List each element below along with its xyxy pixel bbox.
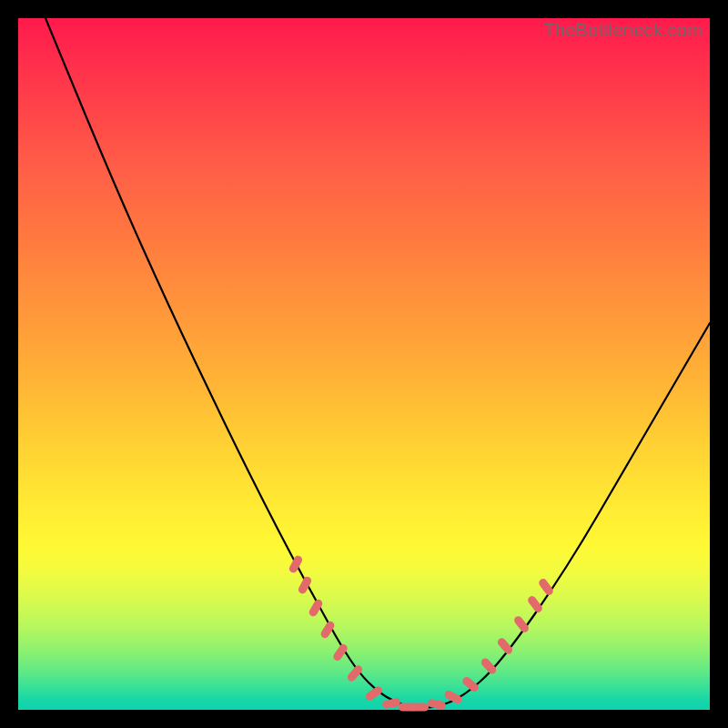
data-marker [410, 703, 429, 712]
markers-group [288, 554, 554, 711]
outer-black-frame: TheBottleneck.com [0, 0, 728, 728]
chart-svg [18, 18, 710, 710]
bottleneck-curve-line [46, 18, 710, 708]
data-marker [319, 620, 336, 640]
data-marker [381, 698, 400, 710]
data-marker [288, 554, 303, 574]
curve-group [46, 18, 710, 708]
plot-area: TheBottleneck.com [18, 18, 710, 710]
data-marker [308, 598, 324, 618]
